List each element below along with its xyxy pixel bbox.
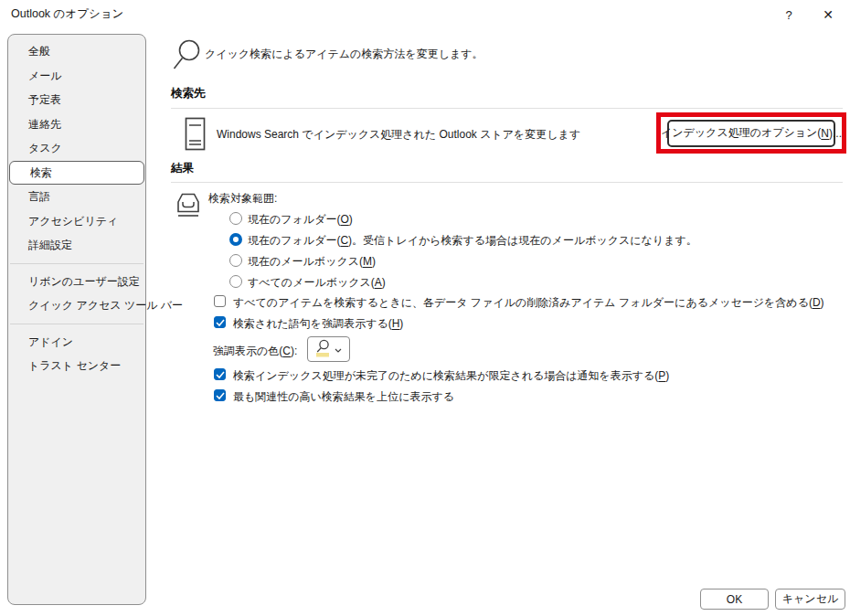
sidebar-item-search[interactable]: 検索 — [9, 161, 144, 186]
highlight-color-swatch-icon — [315, 339, 331, 360]
sidebar-item-trust-center[interactable]: トラスト センター — [8, 354, 145, 378]
dialog-title: Outlook のオプション — [11, 6, 123, 22]
sidebar-item-contacts[interactable]: 連絡先 — [8, 112, 145, 137]
checkbox-label-most-relevant-on-top[interactable]: 最も関連性の高い検索結果を上位に表示する — [233, 389, 454, 405]
checkbox-highlight-search-terms[interactable] — [214, 316, 226, 328]
checkbox-label-highlight-search-terms[interactable]: 検索された語句を強調表示する(H) — [233, 316, 403, 332]
sidebar-item-accessibility[interactable]: アクセシビリティ — [8, 209, 145, 234]
sidebar-item-tasks[interactable]: タスク — [8, 136, 145, 161]
radio-label-current-folder-o[interactable]: 現在のフォルダー(O) — [248, 212, 353, 228]
radio-all-mailboxes[interactable] — [229, 275, 242, 288]
sidebar-item-general[interactable]: 全般 — [8, 39, 145, 64]
highlight-color-dropdown[interactable] — [307, 336, 350, 362]
ok-button[interactable]: OK — [700, 589, 769, 610]
checkbox-label-notify-incomplete-index[interactable]: 検索インデックス処理が未完了のために検索結果が限定される場合は通知を表示する(P… — [233, 368, 669, 384]
close-icon[interactable]: ✕ — [813, 4, 844, 26]
options-sidebar: 全般 メール 予定表 連絡先 タスク 検索 言語 アクセシビリティ 詳細設定 リ… — [7, 34, 146, 605]
checkbox-label-include-deleted-items[interactable]: すべてのアイテムを検索するときに、各データ ファイルの削除済みアイテム フォルダ… — [233, 295, 824, 311]
sidebar-item-mail[interactable]: メール — [8, 64, 145, 89]
cancel-button[interactable]: キャンセル — [775, 589, 845, 610]
checkbox-most-relevant-on-top[interactable] — [214, 389, 226, 401]
sidebar-item-addins[interactable]: アドイン — [8, 330, 145, 355]
indexing-options-button[interactable]: インデックス処理のオプション(N)... — [667, 120, 835, 147]
outlook-options-dialog: Outlook のオプション ? ✕ 全般 メール 予定表 連絡先 タスク 検索… — [0, 0, 850, 616]
checkbox-notify-incomplete-index[interactable] — [214, 368, 226, 380]
radio-label-current-folder-c[interactable]: 現在のフォルダー(C)。受信トレイから検索する場合は現在のメールボックスになりま… — [248, 233, 697, 249]
section-divider — [171, 108, 843, 109]
intro-text: クイック検索によるアイテムの検索方法を変更します。 — [205, 47, 483, 62]
sidebar-item-quick-access-toolbar[interactable]: クイック アクセス ツール バー — [8, 293, 145, 318]
radio-current-folder-o[interactable] — [229, 212, 242, 225]
radio-current-folder-c[interactable] — [229, 233, 242, 246]
sidebar-item-advanced[interactable]: 詳細設定 — [8, 233, 145, 258]
radio-current-mailbox[interactable] — [229, 254, 242, 267]
sidebar-item-calendar[interactable]: 予定表 — [8, 88, 145, 112]
sidebar-item-customize-ribbon[interactable]: リボンのユーザー設定 — [8, 270, 145, 294]
checkbox-include-deleted-items[interactable] — [214, 295, 226, 307]
search-icon — [172, 38, 201, 74]
radio-label-current-mailbox[interactable]: 現在のメールボックス(M) — [248, 254, 376, 270]
help-icon[interactable]: ? — [773, 4, 804, 26]
sidebar-divider — [10, 263, 143, 264]
outlook-store-icon — [185, 117, 206, 154]
radio-label-all-mailboxes[interactable]: すべてのメールボックス(A) — [248, 275, 386, 291]
button-label-suffix: )... — [829, 127, 842, 140]
chevron-down-icon — [335, 343, 342, 356]
sidebar-divider — [10, 324, 143, 324]
inbox-tray-icon — [174, 191, 203, 224]
highlight-color-label: 強調表示の色(C): — [213, 344, 297, 359]
section-divider — [171, 182, 843, 183]
windows-search-description: Windows Search でインデックス処理された Outlook ストアを… — [217, 127, 580, 143]
sidebar-item-language[interactable]: 言語 — [8, 185, 145, 209]
scope-label: 検索対象範囲: — [208, 191, 277, 207]
section-heading-results: 結果 — [171, 161, 194, 176]
button-label: インデックス処理のオプション( — [661, 125, 821, 141]
section-heading-search-source: 検索先 — [171, 86, 206, 101]
button-mnemonic: N — [821, 127, 829, 140]
annotation-highlight-box: インデックス処理のオプション(N)... — [656, 112, 846, 154]
